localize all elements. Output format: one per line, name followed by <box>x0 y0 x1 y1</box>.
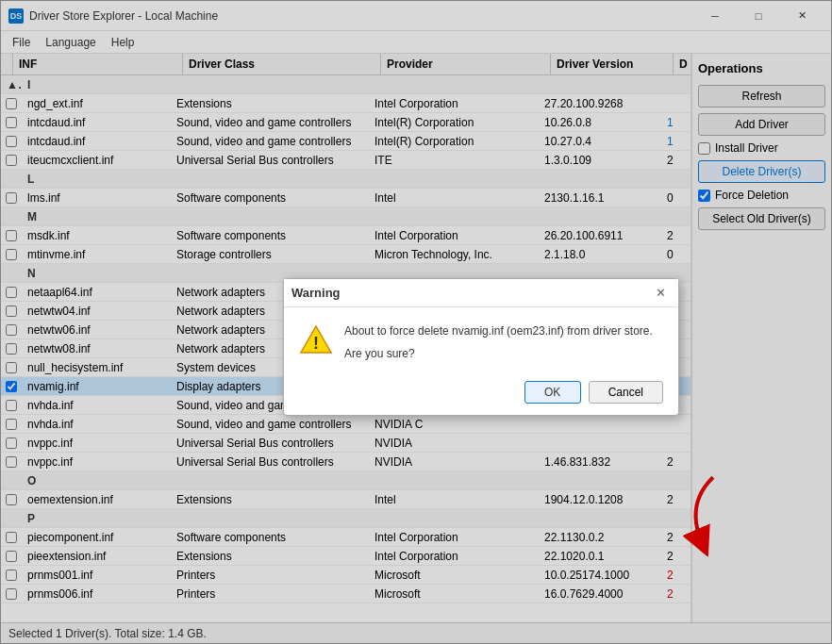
dialog-overlay: Warning ✕ ! About to force delete nvamig… <box>0 0 832 644</box>
svg-text:!: ! <box>313 334 319 353</box>
dialog-close-button[interactable]: ✕ <box>650 283 671 304</box>
dialog-body: ! About to force delete nvamig.inf (oem2… <box>284 307 678 373</box>
dialog-titlebar: Warning ✕ <box>284 279 678 307</box>
dialog-footer: OK Cancel <box>284 373 678 415</box>
warning-icon: ! <box>299 322 333 359</box>
dialog-message: About to force delete nvamig.inf (oem23.… <box>344 322 653 362</box>
dialog-message-line2: Are you sure? <box>344 345 653 362</box>
dialog-ok-button[interactable]: OK <box>524 381 581 404</box>
dialog-title: Warning <box>291 286 341 300</box>
dialog-message-line1: About to force delete nvamig.inf (oem23.… <box>344 322 653 339</box>
dialog-cancel-button[interactable]: Cancel <box>589 381 663 404</box>
warning-dialog: Warning ✕ ! About to force delete nvamig… <box>283 278 679 416</box>
